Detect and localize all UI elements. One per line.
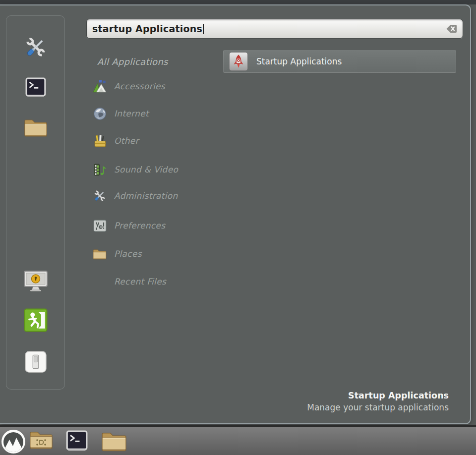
category-preferences[interactable]: Preferences xyxy=(92,217,165,234)
sidebar xyxy=(6,15,65,390)
category-all-applications[interactable]: All Applications xyxy=(97,53,168,70)
terminal-icon xyxy=(66,430,88,454)
sidebar-item-file-manager[interactable] xyxy=(24,118,48,138)
admin-tools-icon xyxy=(92,188,107,203)
taskbar xyxy=(0,425,476,455)
logout-icon xyxy=(24,308,48,334)
terminal-icon xyxy=(25,77,46,100)
places-folder-icon xyxy=(92,246,107,261)
documents-folder-icon xyxy=(29,429,53,452)
sidebar-item-shutdown[interactable] xyxy=(24,351,47,374)
result-item-startup-applications[interactable]: Startup Applications xyxy=(223,50,456,73)
desktop: startup Applications All Applications xyxy=(0,0,476,455)
sidebar-item-administration-tools[interactable] xyxy=(23,35,49,61)
category-administration[interactable]: Administration xyxy=(92,187,178,204)
search-text: startup Applications xyxy=(92,23,204,34)
startup-rocket-icon xyxy=(229,52,248,71)
taskbar-menu-button[interactable] xyxy=(1,430,26,455)
desktop-top-strip xyxy=(0,0,476,4)
film-note-icon xyxy=(92,162,107,177)
selection-detail: Startup Applications Manage your startup… xyxy=(307,390,449,413)
detail-title: Startup Applications xyxy=(307,390,449,401)
folder-icon xyxy=(101,431,127,454)
lock-screen-icon xyxy=(23,270,49,295)
mint-menu-popup: startup Applications All Applications xyxy=(0,4,471,424)
preferences-icon xyxy=(92,218,107,233)
folder-icon xyxy=(24,118,48,139)
toolbox-icon xyxy=(92,133,107,148)
detail-subtitle: Manage your startup applications xyxy=(307,401,449,413)
category-places[interactable]: Places xyxy=(92,245,142,262)
clear-search-icon[interactable] xyxy=(446,24,457,33)
tools-icon xyxy=(23,35,48,61)
category-other[interactable]: Other xyxy=(92,132,139,149)
category-internet[interactable]: Internet xyxy=(92,105,149,122)
globe-icon xyxy=(92,106,107,121)
taskbar-terminal[interactable] xyxy=(66,431,88,453)
taskbar-files-folder[interactable] xyxy=(101,431,127,453)
recent-files-icon-placeholder xyxy=(92,274,107,289)
menu-logo-icon xyxy=(1,429,26,455)
text-cursor xyxy=(203,24,204,34)
category-accessories[interactable]: Accessories xyxy=(92,78,165,95)
sidebar-item-lock-screen[interactable] xyxy=(23,271,49,294)
taskbar-documents-folder[interactable] xyxy=(29,429,53,452)
category-sound-video[interactable]: Sound & Video xyxy=(92,161,178,178)
search-input[interactable]: startup Applications xyxy=(86,19,463,39)
sidebar-item-logout[interactable] xyxy=(24,309,48,333)
accessories-icon xyxy=(92,79,107,94)
sidebar-item-terminal[interactable] xyxy=(25,78,46,99)
shutdown-icon xyxy=(24,350,47,375)
category-recent-files[interactable]: Recent Files xyxy=(92,273,166,290)
